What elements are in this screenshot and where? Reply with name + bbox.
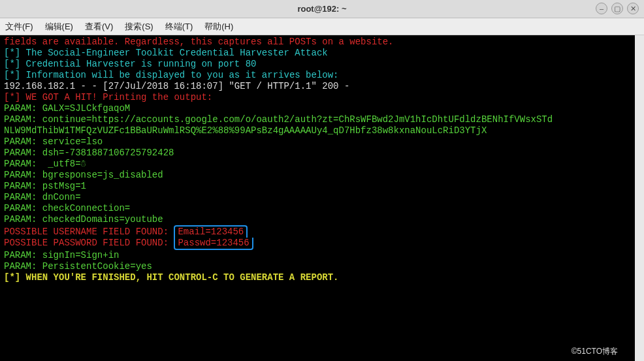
output-line: PARAM: pstMsg=1 <box>4 181 631 192</box>
output-line: PARAM: dsh=-7381887106725792428 <box>4 148 631 159</box>
output-line: PARAM: service=lso <box>4 136 631 148</box>
maximize-button[interactable]: ▢ <box>611 3 623 14</box>
output-line: PARAM: dnConn= <box>4 192 631 203</box>
menu-edit[interactable]: 编辑(E) <box>45 21 73 33</box>
terminal-window: root@192: ~ – ▢ ✕ 文件(F) 编辑(E) 查看(V) 搜索(S… <box>0 0 644 361</box>
minimize-icon: – <box>600 5 604 12</box>
highlight-box-bottom: Passwd=123456 <box>174 238 253 250</box>
output-line: PARAM: continue=https://accounts.google.… <box>4 114 631 125</box>
maximize-icon: ▢ <box>614 5 620 13</box>
output-line: PARAM: _utf8=☃ <box>4 159 631 170</box>
output-line: PARAM: PersistentCookie=yes <box>4 261 631 272</box>
menu-terminal[interactable]: 终端(T) <box>165 21 193 33</box>
window-title: root@192: ~ <box>297 4 346 14</box>
highlight-box-top: Email=123456 <box>174 225 248 238</box>
menu-help[interactable]: 帮助(H) <box>204 21 233 33</box>
watermark: ©51CTO博客 <box>568 345 622 358</box>
output-line: NLW9MdThibW1TMFQzVUZFc1BBaURuWmlRSQ%E2%8… <box>4 125 631 136</box>
minimize-button[interactable]: – <box>596 3 607 14</box>
titlebar: root@192: ~ – ▢ ✕ <box>0 0 644 18</box>
output-line: [*] Information will be displayed to you… <box>4 70 631 81</box>
output-line: PARAM: signIn=Sign+in <box>4 250 631 261</box>
close-icon: ✕ <box>630 5 636 13</box>
output-line: [*] The Social-Engineer Toolkit Credenti… <box>4 48 631 59</box>
output-line: [*] Credential Harvester is running on p… <box>4 59 631 70</box>
output-line: [*] WHEN YOU'RE FINISHED, HIT CONTROL-C … <box>4 272 631 283</box>
close-button[interactable]: ✕ <box>627 3 639 14</box>
window-controls: – ▢ ✕ <box>596 3 639 14</box>
output-line: PARAM: GALX=SJLCkfgaqoM <box>4 103 631 114</box>
output-line: PARAM: checkedDomains=youtube <box>4 214 631 225</box>
menu-file[interactable]: 文件(F) <box>5 21 33 33</box>
menubar: 文件(F) 编辑(E) 查看(V) 搜索(S) 终端(T) 帮助(H) <box>0 18 644 35</box>
output-line: [*] WE GOT A HIT! Printing the output: <box>4 92 631 103</box>
terminal-content[interactable]: fields are available. Regardless, this c… <box>0 35 644 361</box>
credential-username-line: POSSIBLE USERNAME FIELD FOUND: Email=123… <box>4 225 631 238</box>
menu-search[interactable]: 搜索(S) <box>125 21 153 33</box>
output-line: 192.168.182.1 - - [27/Jul/2018 16:18:07]… <box>4 81 631 92</box>
output-line: fields are available. Regardless, this c… <box>4 37 631 48</box>
output-line: PARAM: checkConnection= <box>4 203 631 214</box>
menu-view[interactable]: 查看(V) <box>85 21 113 33</box>
output-line: PARAM: bgresponse=js_disabled <box>4 170 631 181</box>
credential-password-line: POSSIBLE PASSWORD FIELD FOUND: Passwd=12… <box>4 238 631 250</box>
